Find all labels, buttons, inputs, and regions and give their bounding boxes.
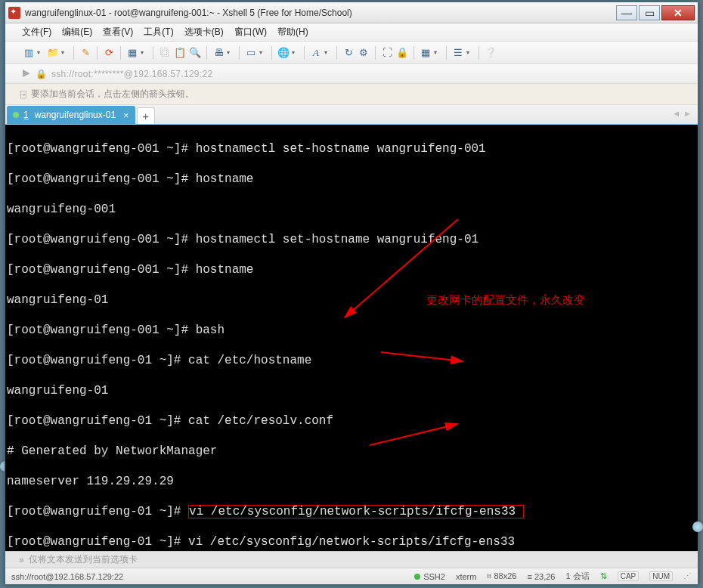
globe-icon[interactable]: 🌐: [277, 46, 290, 60]
session-tab[interactable]: 1 wangruifenglinux-01 ×: [7, 106, 135, 124]
tab-status-dot-icon: [13, 112, 19, 118]
term-line: [root@wangruifeng-01 ~]# vi /etc/sysconf…: [7, 534, 696, 549]
new-session-icon[interactable]: ▥: [22, 46, 36, 60]
menu-view[interactable]: 查看(V): [103, 26, 133, 39]
term-line: # Generated by NetworkManager: [7, 444, 696, 459]
maximize-button[interactable]: ▭: [639, 5, 660, 20]
tab-close-icon[interactable]: ×: [123, 110, 129, 121]
status-pos: ≡ 23,26: [527, 572, 555, 581]
term-line: [root@wangruifeng-001 ~]# hostname: [7, 172, 696, 187]
menu-edit[interactable]: 编辑(E): [62, 26, 92, 39]
hint-add-icon[interactable]: ⍈: [20, 88, 26, 100]
window-title: wangruifenglinux-01 - root@wangruifeng-0…: [25, 8, 615, 18]
status-net-icon: ⇅: [600, 571, 607, 581]
gear-icon[interactable]: ⚙: [357, 46, 370, 60]
open-folder-icon[interactable]: 📁: [46, 46, 60, 60]
annotation: 更改网卡的配置文件，永久改变: [426, 292, 585, 308]
close-button[interactable]: ✕: [661, 5, 695, 20]
lock-icon[interactable]: 🔒: [395, 46, 409, 60]
addr-arrow-icon[interactable]: ⯈: [22, 69, 31, 79]
font-icon[interactable]: A: [309, 46, 323, 60]
status-term: xterm: [456, 572, 477, 581]
copy-icon[interactable]: ⿻: [158, 46, 172, 60]
tab-nav: ◄ ►: [672, 109, 692, 118]
status-proto: SSH2: [414, 572, 445, 581]
term-line: [root@wangruifeng-01 ~]# vi /etc/sysconf…: [7, 504, 696, 519]
help-icon[interactable]: ❔: [484, 46, 497, 60]
titlebar: wangruifenglinux-01 - root@wangruifeng-0…: [5, 2, 698, 23]
reconnect-icon[interactable]: ⟳: [102, 46, 116, 60]
tab-label: wangruifenglinux-01: [35, 110, 116, 120]
hint-bar: ⍈ 要添加当前会话，点击左侧的箭头按钮。: [5, 84, 698, 105]
term-line: wangruifeng-01更改网卡的配置文件，永久改变: [7, 292, 696, 308]
menubar: 文件(F) 编辑(E) 查看(V) 工具(T) 选项卡(B) 窗口(W) 帮助(…: [5, 23, 698, 42]
status-grip-icon[interactable]: ⋰: [683, 571, 692, 581]
status-cap: CAP: [618, 571, 640, 581]
term-line: [root@wangruifeng-001 ~]# hostnamectl se…: [7, 141, 696, 156]
terminal[interactable]: [root@wangruifeng-001 ~]# hostnamectl se…: [5, 125, 698, 551]
hint-text: 要添加当前会话，点击左侧的箭头按钮。: [31, 88, 194, 101]
addr-text[interactable]: ssh://root:********@192.168.57.129:22: [51, 69, 212, 79]
tabs-bar: 1 wangruifenglinux-01 × + ◄ ►: [5, 105, 698, 125]
send-chevron-icon[interactable]: »: [19, 555, 24, 565]
status-connection: ssh://root@192.168.57.129:22: [11, 572, 123, 581]
term-line: wangruifeng-001: [7, 202, 696, 217]
highlighted-command: vi /etc/sysconfig/network-scripts/ifcfg-…: [188, 505, 524, 518]
term-line: wangruifeng-01: [7, 383, 696, 398]
send-hint: 仅将文本发送到当前选项卡: [29, 553, 138, 566]
tab-prev-icon[interactable]: ◄: [672, 109, 680, 118]
term-line: [root@wangruifeng-01 ~]# cat /etc/hostna…: [7, 353, 696, 368]
app-xshell-icon: [8, 7, 20, 19]
address-bar: ⯈ 🔒 ssh://root:********@192.168.57.129:2…: [5, 64, 698, 84]
status-bar: ssh://root@192.168.57.129:22 SSH2 xterm …: [5, 568, 698, 584]
properties-icon[interactable]: ▦: [125, 46, 139, 60]
status-sessions: 1 会话: [565, 571, 589, 582]
menu-help[interactable]: 帮助(H): [277, 26, 308, 39]
addr-lock-icon: 🔒: [36, 69, 47, 79]
status-size: ⌗ 88x26: [487, 571, 516, 581]
status-dot-icon: [414, 574, 420, 580]
term-line: [root@wangruifeng-001 ~]# bash: [7, 323, 696, 338]
screen-icon[interactable]: ▭: [244, 46, 258, 60]
fullscreen-icon[interactable]: ⛶: [380, 46, 394, 60]
minimize-button[interactable]: —: [616, 5, 637, 20]
term-line: [root@wangruifeng-001 ~]# hostname: [7, 262, 696, 277]
menu-tools[interactable]: 工具(T): [144, 26, 173, 39]
send-bar: » 仅将文本发送到当前选项卡: [5, 551, 698, 568]
new-tab-button[interactable]: +: [137, 107, 155, 124]
print-icon[interactable]: 🖶: [212, 46, 225, 60]
connect-icon[interactable]: ✎: [79, 46, 92, 60]
term-line: nameserver 119.29.29.29: [7, 474, 696, 489]
paste-icon[interactable]: 📋: [173, 46, 187, 60]
list-icon[interactable]: ☰: [451, 46, 465, 60]
find-icon[interactable]: 🔍: [188, 46, 202, 60]
term-line: [root@wangruifeng-001 ~]# hostnamectl se…: [7, 232, 696, 247]
menu-tabs[interactable]: 选项卡(B): [184, 26, 224, 39]
menu-window[interactable]: 窗口(W): [234, 26, 267, 39]
toolbar: ▥▾ 📁▾ ✎ ⟳ ▦▾ ⿻ 📋 🔍 🖶▾ ▭▾ 🌐▾ A▾ ↻ ⚙ ⛶ 🔒 ▦…: [5, 42, 698, 64]
app-window: wangruifenglinux-01 - root@wangruifeng-0…: [5, 2, 698, 585]
status-num: NUM: [649, 571, 673, 581]
menu-file[interactable]: 文件(F): [22, 26, 51, 39]
term-line: [root@wangruifeng-01 ~]# cat /etc/resolv…: [7, 413, 696, 429]
tile-icon[interactable]: ▦: [419, 46, 432, 60]
tab-next-icon[interactable]: ►: [683, 109, 692, 118]
refresh-icon[interactable]: ↻: [342, 46, 355, 60]
tab-number: 1: [23, 110, 29, 120]
